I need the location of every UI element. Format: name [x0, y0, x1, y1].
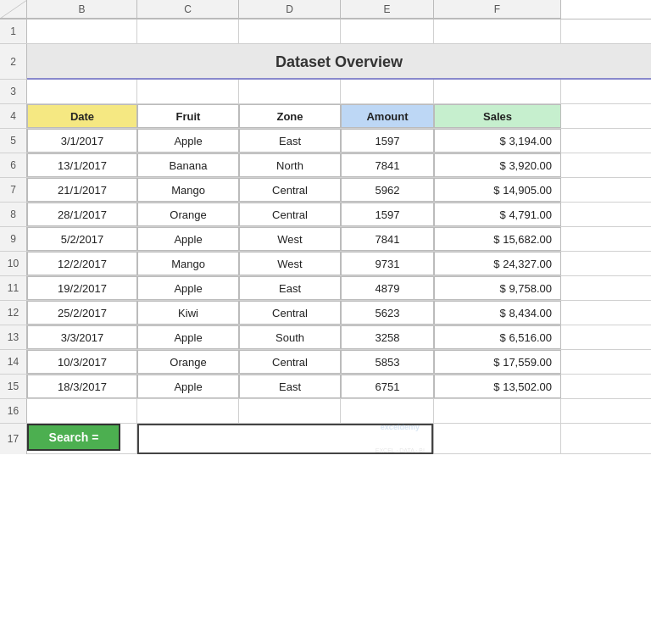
- col-header-sales: Sales: [434, 104, 561, 128]
- cell-sales-7[interactable]: $ 8,434.00: [434, 301, 561, 325]
- table-row: 5 3/1/2017 Apple East 1597 $ 3,194.00: [0, 129, 651, 153]
- cell-c3[interactable]: [137, 80, 239, 103]
- cell-date-3[interactable]: 28/1/2017: [27, 203, 137, 226]
- cell-zone-2[interactable]: Central: [239, 178, 341, 202]
- cell-zone-7[interactable]: Central: [239, 301, 341, 325]
- column-headers: B C D E F: [0, 0, 651, 19]
- cell-zone-6[interactable]: East: [239, 276, 341, 300]
- cell-fruit-3[interactable]: Orange: [137, 203, 239, 226]
- cell-amount-10[interactable]: 6751: [341, 375, 434, 398]
- cell-sales-5[interactable]: $ 24,327.00: [434, 252, 561, 275]
- table-header-row: 4 Date Fruit Zone Amount Sales: [0, 104, 651, 129]
- cell-date-0[interactable]: 3/1/2017: [27, 129, 137, 153]
- cell-e1[interactable]: [341, 19, 434, 43]
- spreadsheet: B C D E F 1 2 Dataset Overview 3 4 Date …: [0, 0, 651, 644]
- row-16: 16: [0, 399, 651, 424]
- table-row: 13 3/3/2017 Apple South 3258 $ 6,516.00: [0, 325, 651, 350]
- cell-sales-0[interactable]: $ 3,194.00: [434, 129, 561, 153]
- cell-f1[interactable]: [434, 19, 561, 43]
- cell-zone-8[interactable]: South: [239, 325, 341, 349]
- cell-amount-7[interactable]: 5623: [341, 301, 434, 325]
- cell-date-6[interactable]: 19/2/2017: [27, 276, 137, 300]
- row-num-1: 1: [0, 19, 27, 43]
- cell-f17[interactable]: [434, 424, 561, 454]
- cell-fruit-6[interactable]: Apple: [137, 276, 239, 300]
- cell-amount-6[interactable]: 4879: [341, 276, 434, 300]
- cell-amount-3[interactable]: 1597: [341, 203, 434, 226]
- cell-b16[interactable]: [27, 399, 137, 423]
- cell-fruit-10[interactable]: Apple: [137, 375, 239, 398]
- cell-zone-10[interactable]: East: [239, 375, 341, 398]
- col-header-f: F: [434, 0, 561, 19]
- table-row: 8 28/1/2017 Orange Central 1597 $ 4,791.…: [0, 203, 651, 227]
- col-header-zone: Zone: [239, 104, 341, 128]
- cell-sales-2[interactable]: $ 14,905.00: [434, 178, 561, 202]
- cell-sales-8[interactable]: $ 6,516.00: [434, 325, 561, 349]
- row-num-17: 17: [0, 424, 27, 454]
- cell-zone-5[interactable]: West: [239, 252, 341, 275]
- cell-sales-1[interactable]: $ 3,920.00: [434, 153, 561, 177]
- cell-amount-8[interactable]: 3258: [341, 325, 434, 349]
- cell-fruit-9[interactable]: Orange: [137, 350, 239, 374]
- search-input[interactable]: [137, 424, 433, 454]
- cell-zone-4[interactable]: West: [239, 227, 341, 251]
- cell-amount-4[interactable]: 7841: [341, 227, 434, 251]
- cell-date-2[interactable]: 21/1/2017: [27, 178, 137, 202]
- table-row: 11 19/2/2017 Apple East 4879 $ 9,758.00: [0, 276, 651, 301]
- row-num-7: 7: [0, 178, 27, 202]
- cell-date-5[interactable]: 12/2/2017: [27, 252, 137, 275]
- cell-fruit-1[interactable]: Banana: [137, 153, 239, 177]
- cell-c16[interactable]: [137, 399, 239, 423]
- cell-zone-3[interactable]: Central: [239, 203, 341, 226]
- cell-fruit-0[interactable]: Apple: [137, 129, 239, 153]
- cell-d3[interactable]: [239, 80, 341, 103]
- cell-amount-9[interactable]: 5853: [341, 350, 434, 374]
- cell-fruit-7[interactable]: Kiwi: [137, 301, 239, 325]
- cell-sales-3[interactable]: $ 4,791.00: [434, 203, 561, 226]
- search-input-cell[interactable]: exceldemy EXCEL · DATA · BI: [137, 424, 434, 454]
- row-num-9: 9: [0, 227, 27, 251]
- cell-b3[interactable]: [27, 80, 137, 103]
- cell-c1[interactable]: [137, 19, 239, 43]
- cell-date-9[interactable]: 10/3/2017: [27, 350, 137, 374]
- cell-fruit-8[interactable]: Apple: [137, 325, 239, 349]
- col-header-e: E: [341, 0, 434, 19]
- cell-date-1[interactable]: 13/1/2017: [27, 153, 137, 177]
- cell-date-4[interactable]: 5/2/2017: [27, 227, 137, 251]
- cell-amount-0[interactable]: 1597: [341, 129, 434, 153]
- cell-b1[interactable]: [27, 19, 137, 43]
- row-num-15: 15: [0, 375, 27, 398]
- cell-date-10[interactable]: 18/3/2017: [27, 375, 137, 398]
- svg-line-0: [0, 0, 27, 19]
- cell-e3[interactable]: [341, 80, 434, 103]
- cell-date-7[interactable]: 25/2/2017: [27, 301, 137, 325]
- row-3: 3: [0, 80, 651, 104]
- cell-f16[interactable]: [434, 399, 561, 423]
- cell-sales-10[interactable]: $ 13,502.00: [434, 375, 561, 398]
- col-header-amount: Amount: [341, 104, 434, 128]
- row-num-3: 3: [0, 80, 27, 103]
- cell-fruit-2[interactable]: Mango: [137, 178, 239, 202]
- cell-fruit-5[interactable]: Mango: [137, 252, 239, 275]
- cell-zone-1[interactable]: North: [239, 153, 341, 177]
- cell-amount-1[interactable]: 7841: [341, 153, 434, 177]
- col-header-d: D: [239, 0, 341, 19]
- table-row: 12 25/2/2017 Kiwi Central 5623 $ 8,434.0…: [0, 301, 651, 325]
- cell-date-8[interactable]: 3/3/2017: [27, 325, 137, 349]
- cell-d1[interactable]: [239, 19, 341, 43]
- table-row: 9 5/2/2017 Apple West 7841 $ 15,682.00: [0, 227, 651, 252]
- cell-e16[interactable]: [341, 399, 434, 423]
- cell-amount-2[interactable]: 5962: [341, 178, 434, 202]
- cell-zone-9[interactable]: Central: [239, 350, 341, 374]
- cell-d16[interactable]: [239, 399, 341, 423]
- cell-f3[interactable]: [434, 80, 561, 103]
- cell-fruit-4[interactable]: Apple: [137, 227, 239, 251]
- row-1: 1: [0, 19, 651, 44]
- cell-amount-5[interactable]: 9731: [341, 252, 434, 275]
- table-row: 6 13/1/2017 Banana North 7841 $ 3,920.00: [0, 153, 651, 178]
- cell-sales-4[interactable]: $ 15,682.00: [434, 227, 561, 251]
- table-row: 7 21/1/2017 Mango Central 5962 $ 14,905.…: [0, 178, 651, 203]
- cell-sales-6[interactable]: $ 9,758.00: [434, 276, 561, 300]
- cell-zone-0[interactable]: East: [239, 129, 341, 153]
- cell-sales-9[interactable]: $ 17,559.00: [434, 350, 561, 374]
